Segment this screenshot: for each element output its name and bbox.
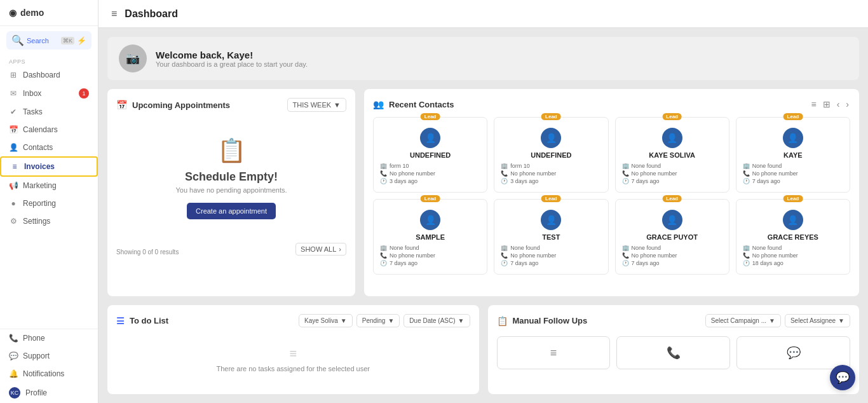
contact-badge: Lead	[662, 195, 682, 202]
grid-view-icon[interactable]: ⊞	[822, 98, 832, 111]
logo-icon: ◉	[9, 8, 17, 18]
followup-phone-icon[interactable]: 📞	[616, 336, 730, 369]
contact-detail-2: 📞 No phone number	[380, 252, 480, 259]
todo-card: ☰ To do List Kaye Soliva ▼ Pending ▼	[107, 305, 479, 394]
contact-card-0[interactable]: Lead 👤 UNDEFINED 🏢 form 10 📞 No phone nu…	[373, 117, 487, 193]
contact-detail-1-text: None found	[752, 163, 782, 169]
building-icon: 🏢	[622, 163, 629, 169]
contact-avatar-icon: 👤	[667, 133, 677, 143]
contact-card-6[interactable]: Lead 👤 GRACE PUYOT 🏢 None found 📞 No pho…	[615, 199, 729, 275]
contact-card-4[interactable]: Lead 👤 SAMPLE 🏢 None found 📞 No phone nu…	[373, 199, 487, 275]
contact-card-1[interactable]: Lead 👤 UNDEFINED 🏢 form 10 📞 No phone nu…	[494, 117, 608, 193]
next-page-icon[interactable]: ›	[844, 98, 850, 111]
status-filter[interactable]: Pending ▼	[356, 314, 400, 327]
bottom-row: ☰ To do List Kaye Soliva ▼ Pending ▼	[107, 305, 859, 394]
assignee-filter[interactable]: Kaye Soliva ▼	[299, 314, 353, 327]
todo-empty-text: There are no tasks assigned for the sele…	[129, 365, 458, 372]
contact-detail-3-text: 7 days ago	[632, 260, 660, 266]
todo-title-text: To do List	[130, 316, 168, 325]
followup-message-icon[interactable]: 💬	[736, 336, 850, 369]
reporting-icon: ●	[9, 199, 18, 208]
phone-detail-icon: 📞	[380, 252, 387, 259]
contact-card-5[interactable]: Lead 👤 TEST 🏢 None found 📞 No phone numb…	[494, 199, 608, 275]
contact-avatar-icon: 👤	[546, 133, 557, 143]
sidebar-item-calendars[interactable]: 📅 Calendars	[0, 121, 98, 139]
chat-fab-button[interactable]: 💬	[830, 365, 855, 390]
appointments-card: 📅 Upcoming Appointments THIS WEEK ▼ 📋 Sc…	[107, 89, 355, 296]
calendars-icon: 📅	[9, 125, 18, 134]
contact-avatar: 👤	[662, 128, 682, 148]
contact-card-3[interactable]: Lead 👤 KAYE 🏢 None found 📞 No phone numb…	[736, 117, 850, 193]
sidebar: ◉ demo 🔍 Search ⌘K ⚡ Apps ⊞ Dashboard ✉ …	[0, 0, 98, 403]
contact-detail-3: 🕐 3 days ago	[501, 178, 601, 184]
building-icon: 🏢	[622, 245, 629, 251]
contact-card-2[interactable]: Lead 👤 KAYE SOLIVA 🏢 None found 📞 No pho…	[615, 117, 729, 193]
followups-title: 📋 Manual Follow Ups	[497, 316, 588, 326]
contact-detail-1-text: form 10	[390, 163, 409, 169]
contact-detail-1: 🏢 None found	[380, 245, 480, 251]
calendar-empty-icon: 📋	[217, 137, 246, 164]
contact-detail-3-text: 7 days ago	[510, 260, 538, 266]
contact-detail-2-text: No phone number	[510, 252, 556, 259]
show-all-label: SHOW ALL	[301, 245, 336, 253]
contact-avatar: 👤	[783, 210, 803, 230]
sidebar-item-label: Dashboard	[23, 71, 60, 79]
contact-detail-2-text: No phone number	[752, 170, 798, 177]
sidebar-item-reporting[interactable]: ● Reporting	[0, 195, 98, 212]
phone-detail-icon: 📞	[743, 252, 750, 259]
sidebar-item-label: Contacts	[23, 143, 53, 152]
contact-detail-2-text: No phone number	[510, 170, 556, 177]
schedule-empty-heading: Schedule Empty!	[185, 170, 278, 184]
clock-icon: 🕐	[622, 260, 629, 266]
sidebar-item-inbox[interactable]: ✉ Inbox 1	[0, 84, 98, 103]
sidebar-item-support[interactable]: 💬 Support	[0, 347, 98, 365]
building-icon: 🏢	[743, 245, 750, 251]
week-filter-dropdown[interactable]: THIS WEEK ▼	[287, 98, 346, 112]
sidebar-item-settings[interactable]: ⚙ Settings	[0, 212, 98, 230]
contact-badge: Lead	[662, 113, 682, 120]
contact-card-7[interactable]: Lead 👤 GRACE REYES 🏢 None found 📞 No pho…	[736, 199, 850, 275]
building-icon: 🏢	[380, 245, 387, 251]
menu-toggle-icon[interactable]: ≡	[111, 8, 117, 20]
contact-badge: Lead	[783, 113, 803, 120]
search-bar[interactable]: 🔍 Search ⌘K ⚡	[6, 31, 92, 50]
create-appointment-button[interactable]: Create an appointment	[187, 203, 276, 219]
show-all-button[interactable]: SHOW ALL ›	[295, 243, 346, 256]
building-icon: 🏢	[501, 245, 508, 251]
week-filter-label: THIS WEEK	[293, 101, 332, 109]
sort-filter-label: Due Date (ASC)	[409, 317, 455, 324]
sidebar-item-notifications[interactable]: 🔔 Notifications	[0, 365, 98, 383]
recent-contacts-header: 👥 Recent Contacts ≡ ⊞ ‹ ›	[373, 98, 850, 111]
phone-detail-icon: 📞	[622, 170, 629, 177]
welcome-heading: Welcome back, Kaye!	[156, 50, 308, 60]
assignee-followup-label: Select Assignee	[790, 317, 836, 324]
followup-list-icon[interactable]: ≡	[497, 336, 611, 369]
assignee-followup-filter[interactable]: Select Assignee ▼	[785, 314, 850, 327]
sidebar-bottom: 📞 Phone 💬 Support 🔔 Notifications KC Pro…	[0, 329, 98, 403]
contact-badge: Lead	[783, 195, 803, 202]
contact-name: KAYE	[743, 151, 843, 159]
contact-avatar: 👤	[420, 128, 440, 148]
followups-icon: 📋	[497, 316, 508, 326]
sidebar-item-profile[interactable]: KC Profile	[0, 383, 98, 403]
sidebar-item-dashboard[interactable]: ⊞ Dashboard	[0, 66, 98, 84]
chat-fab-icon: 💬	[836, 371, 850, 385]
contact-detail-3-text: 3 days ago	[390, 178, 417, 184]
sidebar-item-phone[interactable]: 📞 Phone	[0, 329, 98, 347]
sidebar-item-marketing[interactable]: 📢 Marketing	[0, 177, 98, 195]
contact-name: KAYE SOLIVA	[622, 151, 722, 159]
prev-page-icon[interactable]: ‹	[836, 98, 841, 111]
phone-detail-icon: 📞	[501, 252, 508, 259]
sidebar-item-tasks[interactable]: ✔ Tasks	[0, 103, 98, 121]
list-view-icon[interactable]: ≡	[810, 98, 817, 111]
campaign-filter[interactable]: Select Campaign ... ▼	[705, 314, 781, 327]
sort-filter[interactable]: Due Date (ASC) ▼	[403, 314, 470, 327]
phone-detail-icon: 📞	[622, 252, 629, 259]
status-filter-label: Pending	[362, 317, 386, 324]
contact-avatar-icon: 👤	[667, 215, 677, 225]
dashboard-icon: ⊞	[9, 71, 18, 79]
sidebar-item-contacts[interactable]: 👤 Contacts	[0, 139, 98, 156]
contact-detail-1-text: None found	[390, 245, 419, 251]
sidebar-item-invoices[interactable]: ≡ Invoices	[0, 156, 98, 177]
contact-detail-3: 🕐 7 days ago	[380, 260, 480, 266]
